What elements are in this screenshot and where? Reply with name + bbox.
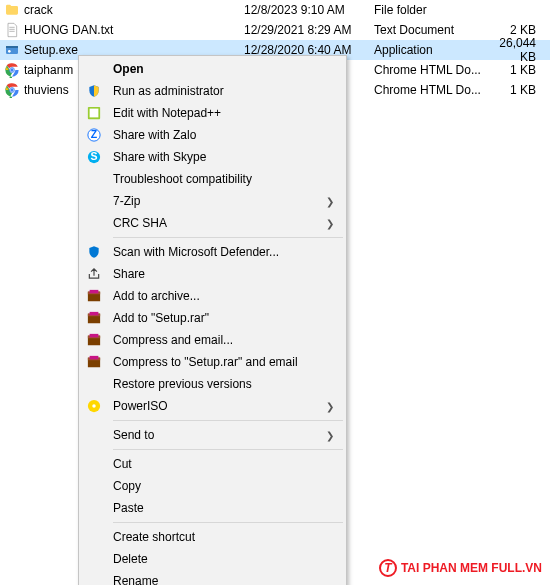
menu-share-skype[interactable]: SShare with Skype bbox=[81, 146, 344, 168]
menu-label: Compress and email... bbox=[113, 333, 314, 347]
menu-share-zalo[interactable]: ZShare with Zalo bbox=[81, 124, 344, 146]
winrar-icon bbox=[85, 331, 103, 349]
menu-sendto[interactable]: Send to❯ bbox=[81, 424, 344, 446]
menu-restore[interactable]: Restore previous versions bbox=[81, 373, 344, 395]
share-icon bbox=[85, 265, 103, 283]
shield-icon bbox=[85, 82, 103, 100]
skype-icon: S bbox=[85, 148, 103, 166]
file-size: 1 KB bbox=[484, 63, 546, 77]
file-date: 12/29/2021 8:29 AM bbox=[244, 23, 374, 37]
menu-separator bbox=[113, 522, 343, 523]
menu-compress-rar-email[interactable]: Compress to "Setup.rar" and email bbox=[81, 351, 344, 373]
menu-label: Troubleshoot compatibility bbox=[113, 172, 314, 186]
menu-add-archive[interactable]: Add to archive... bbox=[81, 285, 344, 307]
menu-7zip[interactable]: 7-Zip❯ bbox=[81, 190, 344, 212]
menu-label: Cut bbox=[113, 457, 314, 471]
exe-icon bbox=[4, 42, 20, 58]
file-type: Chrome HTML Do... bbox=[374, 63, 484, 77]
file-row[interactable]: crack12/8/2023 9:10 AMFile folder bbox=[0, 0, 550, 20]
svg-rect-12 bbox=[90, 109, 99, 118]
svg-point-6 bbox=[10, 68, 13, 71]
chevron-right-icon: ❯ bbox=[326, 196, 334, 207]
menu-label: Compress to "Setup.rar" and email bbox=[113, 355, 314, 369]
menu-troubleshoot[interactable]: Troubleshoot compatibility bbox=[81, 168, 344, 190]
menu-label: Paste bbox=[113, 501, 314, 515]
menu-paste[interactable]: Paste bbox=[81, 497, 344, 519]
menu-separator bbox=[113, 449, 343, 450]
menu-cut[interactable]: Cut bbox=[81, 453, 344, 475]
menu-label: PowerISO bbox=[113, 399, 314, 413]
winrar-icon bbox=[85, 353, 103, 371]
file-size: 26,044 KB bbox=[484, 36, 546, 64]
menu-poweriso[interactable]: PowerISO❯ bbox=[81, 395, 344, 417]
file-name: crack bbox=[24, 3, 53, 17]
menu-defender[interactable]: Scan with Microsoft Defender... bbox=[81, 241, 344, 263]
menu-edit-npp[interactable]: Edit with Notepad++ bbox=[81, 102, 344, 124]
menu-label: Send to bbox=[113, 428, 314, 442]
menu-shortcut[interactable]: Create shortcut bbox=[81, 526, 344, 548]
file-row[interactable]: HUONG DAN.txt12/29/2021 8:29 AMText Docu… bbox=[0, 20, 550, 40]
watermark-icon: T bbox=[379, 559, 397, 577]
svg-point-10 bbox=[10, 88, 13, 91]
svg-rect-1 bbox=[6, 46, 18, 48]
menu-separator bbox=[113, 420, 343, 421]
menu-crcsha[interactable]: CRC SHA❯ bbox=[81, 212, 344, 234]
winrar-icon bbox=[85, 287, 103, 305]
poweriso-icon bbox=[85, 397, 103, 415]
menu-label: Create shortcut bbox=[113, 530, 314, 544]
watermark-text: TAI PHAN MEM FULL.VN bbox=[401, 561, 542, 575]
context-menu: Open Run as administrator Edit with Note… bbox=[78, 55, 347, 585]
menu-run-admin[interactable]: Run as administrator bbox=[81, 80, 344, 102]
txt-icon bbox=[4, 22, 20, 38]
zalo-icon: Z bbox=[85, 126, 103, 144]
svg-rect-19 bbox=[90, 290, 99, 294]
svg-point-30 bbox=[92, 404, 96, 408]
svg-rect-22 bbox=[90, 312, 99, 316]
menu-label: Copy bbox=[113, 479, 314, 493]
chevron-right-icon: ❯ bbox=[326, 401, 334, 412]
file-name: taiphanm bbox=[24, 63, 73, 77]
file-type: Chrome HTML Do... bbox=[374, 83, 484, 97]
menu-label: CRC SHA bbox=[113, 216, 314, 230]
defender-icon bbox=[85, 243, 103, 261]
watermark: T TAI PHAN MEM FULL.VN bbox=[379, 559, 542, 577]
chrome-icon bbox=[4, 62, 20, 78]
notepadpp-icon bbox=[85, 104, 103, 122]
winrar-icon bbox=[85, 309, 103, 327]
menu-share[interactable]: Share bbox=[81, 263, 344, 285]
menu-label: Edit with Notepad++ bbox=[113, 106, 314, 120]
menu-label: 7-Zip bbox=[113, 194, 314, 208]
menu-label: Open bbox=[113, 62, 314, 76]
menu-compress-email[interactable]: Compress and email... bbox=[81, 329, 344, 351]
menu-separator bbox=[113, 237, 343, 238]
menu-delete[interactable]: Delete bbox=[81, 548, 344, 570]
file-size: 1 KB bbox=[484, 83, 546, 97]
file-name: HUONG DAN.txt bbox=[24, 23, 113, 37]
menu-label: Rename bbox=[113, 574, 314, 585]
menu-label: Run as administrator bbox=[113, 84, 314, 98]
menu-open[interactable]: Open bbox=[81, 58, 344, 80]
svg-point-2 bbox=[8, 50, 11, 53]
menu-label: Restore previous versions bbox=[113, 377, 314, 391]
menu-label: Share with Zalo bbox=[113, 128, 314, 142]
folder-icon bbox=[4, 2, 20, 18]
file-date: 12/8/2023 9:10 AM bbox=[244, 3, 374, 17]
file-name: Setup.exe bbox=[24, 43, 78, 57]
menu-label: Delete bbox=[113, 552, 314, 566]
chevron-right-icon: ❯ bbox=[326, 218, 334, 229]
file-size: 2 KB bbox=[484, 23, 546, 37]
menu-rename[interactable]: Rename bbox=[81, 570, 344, 585]
menu-copy[interactable]: Copy bbox=[81, 475, 344, 497]
menu-label: Share with Skype bbox=[113, 150, 314, 164]
svg-rect-25 bbox=[90, 334, 99, 338]
chevron-right-icon: ❯ bbox=[326, 430, 334, 441]
file-name: thuviens bbox=[24, 83, 69, 97]
file-type: Application bbox=[374, 43, 484, 57]
menu-add-rar[interactable]: Add to "Setup.rar" bbox=[81, 307, 344, 329]
svg-rect-28 bbox=[90, 356, 99, 360]
menu-label: Share bbox=[113, 267, 314, 281]
menu-label: Add to archive... bbox=[113, 289, 314, 303]
file-type: Text Document bbox=[374, 23, 484, 37]
svg-text:Z: Z bbox=[91, 128, 98, 140]
chrome-icon bbox=[4, 82, 20, 98]
